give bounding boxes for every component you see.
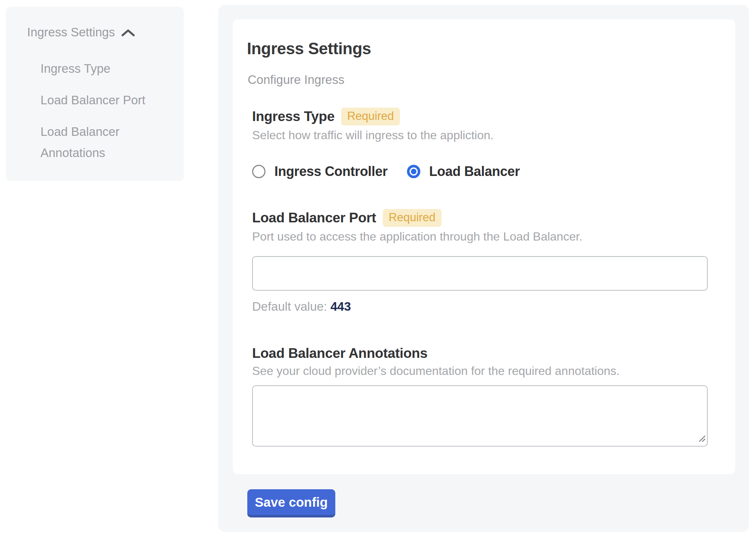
field-description-load-balancer-annotations: See your cloud provider’s documentation … (252, 364, 713, 378)
field-label-ingress-type: Ingress Type (252, 109, 335, 124)
chevron-up-icon (121, 29, 135, 37)
sidebar-section-label: Ingress Settings (27, 25, 115, 39)
settings-nav-sidebar: Ingress Settings Ingress Type Load Balan… (6, 7, 184, 181)
field-label-load-balancer-annotations: Load Balancer Annotations (252, 346, 713, 361)
field-label-load-balancer-port: Load Balancer Port (252, 210, 376, 226)
field-load-balancer-port: Load Balancer Port Required Port used to… (252, 209, 713, 314)
radio-option-ingress-controller[interactable]: Ingress Controller (252, 164, 388, 179)
sidebar-item-load-balancer-port[interactable]: Load Balancer Port (40, 89, 169, 111)
radio-ingress-controller-unselected[interactable] (252, 165, 265, 178)
radio-label-load-balancer: Load Balancer (429, 164, 520, 179)
sidebar-section-ingress-settings[interactable]: Ingress Settings (27, 25, 184, 39)
radio-label-ingress-controller: Ingress Controller (274, 164, 388, 179)
ingress-settings-card: Ingress Settings Configure Ingress Ingre… (233, 19, 735, 474)
field-ingress-type: Ingress Type Required Select how traffic… (252, 108, 713, 179)
radio-load-balancer-selected[interactable] (407, 165, 420, 178)
required-badge: Required (341, 108, 400, 125)
field-description-load-balancer-port: Port used to access the application thro… (252, 230, 713, 244)
settings-panel: Ingress Settings Configure Ingress Ingre… (218, 5, 749, 532)
field-description-ingress-type: Select how traffic will ingress to the a… (252, 128, 713, 142)
page-title: Ingress Settings (247, 39, 713, 58)
sidebar-item-load-balancer-annotations[interactable]: Load Balancer Annotations (40, 121, 169, 163)
default-value-line: Default value: 443 (252, 300, 713, 314)
field-load-balancer-annotations: Load Balancer Annotations See your cloud… (252, 346, 713, 447)
save-config-button[interactable]: Save config (247, 489, 335, 517)
ingress-type-radio-group: Ingress Controller Load Balancer (252, 164, 713, 179)
load-balancer-annotations-textarea[interactable] (252, 385, 708, 447)
sidebar-item-list: Ingress Type Load Balancer Port Load Bal… (40, 58, 169, 163)
field-sections: Ingress Type Required Select how traffic… (252, 108, 713, 447)
page-subtitle: Configure Ingress (248, 73, 713, 87)
sidebar-item-ingress-type[interactable]: Ingress Type (40, 58, 169, 79)
load-balancer-port-input[interactable] (252, 256, 708, 291)
resize-handle-icon[interactable] (698, 434, 706, 444)
default-value: 443 (330, 300, 351, 313)
required-badge: Required (383, 209, 441, 227)
radio-option-load-balancer[interactable]: Load Balancer (407, 164, 520, 179)
default-value-label: Default value: (252, 300, 330, 313)
